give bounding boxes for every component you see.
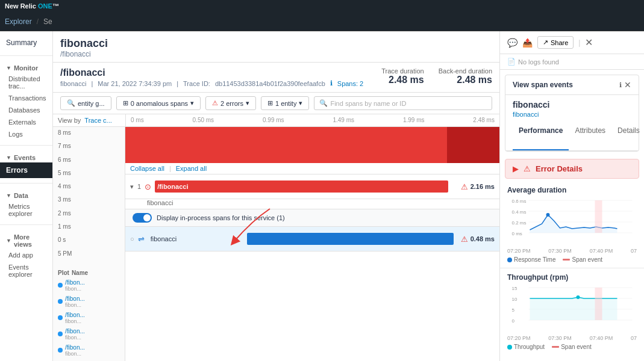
sidebar-item-add-app[interactable]: Add app — [0, 249, 52, 261]
sidebar-group-events[interactable]: ▼ Events — [0, 150, 52, 162]
list-item-4[interactable]: /fibon...fibon... — [58, 326, 120, 342]
sidebar-item-databases[interactable]: Databases — [0, 104, 52, 116]
sidebar-item-events-explorer[interactable]: Events explorer — [0, 261, 52, 280]
legend-span-label-2: Span event — [561, 344, 592, 350]
ms-6: 6 ms — [58, 156, 120, 163]
sidebar-events-section: ▼ Events Errors — [0, 147, 52, 182]
avg-chart-legend: Response Time Span event — [507, 256, 637, 263]
anomalous-spans-button[interactable]: ⊞ 0 anomalous spans ▾ — [116, 96, 201, 110]
sidebar-item-errors[interactable]: Errors — [0, 162, 52, 178]
list-sub-5: fibon... — [65, 351, 85, 357]
col-plot: Plot — [58, 270, 69, 276]
nav-bar: Explorer / Se — [0, 12, 644, 31]
span-bar-1: /fibonacci — [155, 177, 457, 196]
chevron-icon: ▾ — [190, 99, 194, 107]
span-service-icon-2: ⇌ — [138, 235, 145, 244]
share-icon: ↗ — [543, 39, 548, 46]
sidebar-group-label-data: Data — [14, 192, 28, 199]
left-sidebar: Summary ▼ Monitor Distributed trac... Tr… — [0, 31, 53, 361]
collapse-separator: | — [169, 165, 171, 172]
x-label-740pm: 07:40 PM — [590, 248, 613, 254]
span-events-title: View span events — [513, 81, 573, 89]
svg-rect-8 — [595, 200, 602, 233]
close-span-events-btn[interactable]: ✕ — [624, 80, 631, 90]
sidebar-item-logs[interactable]: Logs — [0, 128, 52, 140]
spans-link[interactable]: Spans: 2 — [337, 80, 363, 87]
right-panel-actions: 💬 📤 ↗ Share | ✕ — [507, 36, 593, 49]
logo: New Relic ONE™ — [5, 2, 59, 10]
search-button[interactable]: 🔍 entity g... — [60, 96, 111, 110]
error-chevron-icon: ▶ — [513, 164, 519, 173]
find-spans-input[interactable]: 🔍 Find spans by name or ID — [314, 96, 492, 110]
sidebar-group-more[interactable]: ▼ More views — [0, 230, 52, 249]
error-badge-icon: ⚠ — [524, 164, 531, 173]
ms-1: 1 ms — [58, 223, 120, 230]
legend-span-event-2: Span event — [552, 344, 592, 350]
legend-span-event: Span event — [563, 256, 602, 263]
chevron-down-icon-4: ▼ — [6, 238, 11, 244]
sidebar-group-label-monitor: Monitor — [14, 64, 38, 72]
span-row-1[interactable]: ▾ 1 ⊙ /fibonacci ⚠ 2.16 ms — [125, 174, 499, 199]
close-panel-btn[interactable]: ✕ — [585, 37, 593, 48]
service-link[interactable]: fibonacci — [505, 111, 639, 123]
list-dot-4 — [58, 332, 63, 336]
entity-filter-text: entity g... — [78, 100, 105, 107]
trace-c-tab[interactable]: Trace c... — [84, 117, 111, 124]
view-by-label: View by — [58, 117, 81, 124]
t-x-740pm: 07:40 PM — [590, 335, 613, 341]
sidebar-item-summary[interactable]: Summary — [0, 35, 52, 51]
span-chevron-1[interactable]: ▾ — [130, 183, 134, 191]
export-icon-btn[interactable]: 📤 — [522, 38, 533, 48]
svg-text:0.6 ms: 0.6 ms — [512, 199, 527, 204]
entity-button[interactable]: ⊞ 1 entity ▾ — [261, 96, 309, 110]
sidebar-group-monitor[interactable]: ▼ Monitor — [0, 61, 52, 73]
toggle-switch[interactable] — [133, 213, 152, 223]
list-item-2[interactable]: /fibon...fibon... — [58, 294, 120, 310]
tab-details[interactable]: Details — [611, 123, 644, 150]
sidebar-group-data[interactable]: ▼ Data — [0, 188, 52, 200]
errors-button[interactable]: ⚠ 2 errors ▾ — [205, 96, 256, 110]
svg-text:5: 5 — [512, 307, 515, 313]
tab-performance[interactable]: Performance — [513, 123, 569, 150]
nav-explorer[interactable]: Explorer — [5, 17, 32, 26]
legend-throughput-item: Throughput — [507, 344, 545, 350]
sidebar-item-transactions[interactable]: Transactions — [0, 92, 52, 104]
list-item-1[interactable]: /fibon...fibon... — [58, 277, 120, 294]
expand-all-btn[interactable]: Expand all — [176, 165, 207, 172]
sidebar-group-label-events: Events — [14, 154, 36, 161]
comment-icon-btn[interactable]: 💬 — [507, 38, 517, 48]
span-bar-2: fibonacci — [148, 229, 457, 248]
list-item-3[interactable]: /fibon...fibon... — [58, 310, 120, 326]
right-panel: 💬 📤 ↗ Share | ✕ 📄 No logs found View spa… — [499, 31, 644, 361]
entity-label: 1 entity — [275, 100, 296, 107]
collapse-all-btn[interactable]: Collapse all — [130, 165, 164, 172]
toggle-label: Display in-process spans for this servic… — [157, 214, 285, 221]
sidebar-item-metrics-explorer[interactable]: Metrics explorer — [0, 200, 52, 220]
trace-meta: fibonacci | Mar 21, 2022 7:34:39 pm | Tr… — [60, 79, 363, 87]
list-item-5[interactable]: /fibon...fibon... — [58, 342, 120, 359]
trace-duration-value: 2.48 ms — [381, 75, 424, 85]
find-search-icon: 🔍 — [319, 99, 328, 107]
span-row-2[interactable]: ○ ⇌ fibonacci ⚠ 0.48 ms — [125, 227, 499, 251]
span-error-icon-1: ⚠ — [461, 182, 468, 191]
tab-attributes[interactable]: Attributes — [569, 123, 611, 150]
ms-5pm: 5 PM — [58, 250, 120, 257]
span-bar-fill-1 — [155, 180, 448, 193]
sidebar-item-externals[interactable]: Externals — [0, 116, 52, 128]
error-details-bar[interactable]: ▶ ⚠ Error Details — [505, 159, 639, 179]
sidebar-more-section: ▼ More views Add app Events explorer — [0, 226, 52, 284]
mark-4: 1.99 ms — [403, 117, 425, 124]
legend-throughput-dot — [507, 345, 512, 350]
list-sub-4: fibon... — [65, 335, 85, 341]
main-layout: Summary ▼ Monitor Distributed trac... Tr… — [0, 31, 644, 361]
t-x-07: 07 — [631, 335, 637, 341]
timeline-header: View by Trace c... 0 ms 0.50 ms 0.99 ms … — [53, 114, 499, 127]
sidebar-item-distributed-tracing[interactable]: Distributed trac... — [0, 73, 52, 92]
span-name-overlay-1: /fibonacci — [157, 177, 188, 196]
span-service-icon-1: ⊙ — [145, 182, 151, 191]
avg-chart-x-labels: 07:20 PM 07:30 PM 07:40 PM 07 — [507, 248, 637, 254]
sidebar-divider-1 — [0, 55, 52, 56]
legend-response-label: Response Time — [514, 256, 555, 263]
share-button[interactable]: ↗ Share — [537, 36, 574, 49]
svg-text:0.4 ms: 0.4 ms — [512, 209, 527, 215]
